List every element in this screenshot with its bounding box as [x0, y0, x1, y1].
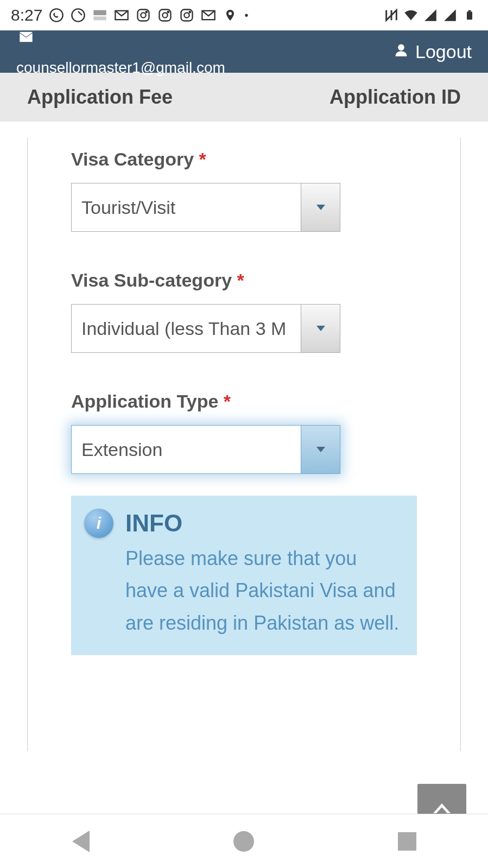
application-type-group: Application Type * Extension — [71, 391, 417, 474]
info-title: INFO — [125, 510, 182, 537]
svg-point-13 — [189, 11, 191, 12]
dropdown-button[interactable] — [301, 183, 340, 231]
chevron-up-icon — [433, 803, 451, 813]
logout-link[interactable]: Logout — [394, 41, 472, 62]
visa-subcategory-group: Visa Sub-category * Individual (less Tha… — [71, 270, 417, 353]
circle-icon — [71, 8, 86, 23]
location-icon — [223, 8, 238, 23]
instagram-icon — [136, 8, 151, 23]
nav-recent-button[interactable] — [398, 832, 416, 851]
home-icon — [233, 831, 254, 852]
info-text: Please make sure that you have a valid P… — [84, 542, 404, 639]
whatsapp-icon — [49, 8, 64, 23]
tabs: Application Fee Application ID — [0, 73, 488, 122]
visa-category-select[interactable]: Tourist/Visit — [71, 183, 340, 232]
instagram-icon-2 — [157, 8, 173, 23]
svg-point-7 — [146, 11, 147, 12]
app-icon — [92, 8, 107, 23]
recent-icon — [398, 832, 416, 851]
dot-icon: • — [244, 9, 248, 22]
battery-icon — [462, 8, 477, 23]
svg-rect-3 — [94, 16, 106, 20]
visa-category-group: Visa Category * Tourist/Visit — [71, 149, 417, 232]
gmail-icon — [114, 8, 129, 23]
svg-point-6 — [141, 12, 146, 17]
visa-subcategory-label: Visa Sub-category * — [71, 270, 417, 291]
visa-subcategory-value: Individual (less Than 3 M — [72, 318, 301, 339]
gmail-icon-2 — [201, 8, 216, 23]
info-icon: i — [84, 509, 113, 538]
svg-point-0 — [50, 9, 63, 21]
tab-application-id[interactable]: Application ID — [329, 86, 461, 109]
chevron-down-icon — [316, 447, 325, 452]
svg-rect-2 — [94, 10, 106, 15]
dropdown-button[interactable] — [301, 305, 340, 352]
application-type-label: Application Type * — [71, 391, 417, 412]
svg-point-9 — [163, 12, 168, 17]
svg-rect-16 — [468, 10, 471, 11]
info-box: i INFO Please make sure that you have a … — [71, 496, 417, 655]
form-card: Visa Category * Tourist/Visit Visa Sub-c… — [27, 138, 461, 751]
svg-rect-15 — [467, 11, 472, 20]
android-nav-bar — [0, 814, 488, 868]
dropdown-button[interactable] — [301, 426, 340, 473]
status-time: 8:27 — [11, 6, 42, 24]
svg-point-10 — [168, 11, 169, 12]
signal-icon-2 — [442, 8, 458, 23]
logout-label: Logout — [415, 41, 472, 62]
nav-home-button[interactable] — [233, 831, 254, 852]
envelope-icon — [16, 27, 36, 49]
instagram-icon-3 — [179, 8, 194, 23]
signal-icon-1 — [423, 8, 438, 23]
back-icon — [72, 831, 90, 852]
chevron-down-icon — [316, 326, 325, 331]
user-email: counsellormaster1@gmail.com — [16, 59, 225, 77]
visa-category-value: Tourist/Visit — [72, 197, 301, 218]
application-type-select[interactable]: Extension — [71, 425, 340, 474]
visa-category-label: Visa Category * — [71, 149, 417, 170]
application-type-value: Extension — [72, 439, 301, 460]
nfc-icon — [384, 8, 399, 23]
wifi-icon — [403, 8, 419, 23]
nav-back-button[interactable] — [72, 831, 90, 852]
svg-point-1 — [72, 9, 85, 21]
visa-subcategory-select[interactable]: Individual (less Than 3 M — [71, 304, 340, 353]
user-icon — [394, 42, 409, 61]
app-header: counsellormaster1@gmail.com Logout — [0, 30, 488, 73]
chevron-down-icon — [316, 205, 325, 210]
svg-point-12 — [185, 12, 189, 17]
tab-application-fee[interactable]: Application Fee — [27, 86, 173, 109]
status-bar: 8:27 • — [0, 0, 488, 30]
svg-point-17 — [398, 44, 404, 50]
